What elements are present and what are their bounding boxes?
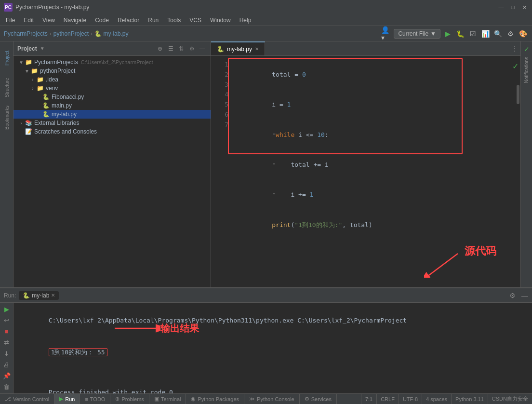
packages-label: Python Packages [198,396,239,402]
status-indent[interactable]: 4 spaces [422,394,451,404]
run-tab-mylab[interactable]: 🐍 my-lab ✕ [19,291,59,300]
editor-scrollbar[interactable] [517,85,519,104]
tree-arrow-root: ▼ [18,60,24,65]
main-area: Project Structure Bookmarks Project ▼ ⊕ … [0,41,532,287]
tree-item-ext-libs[interactable]: › 📚 External Libraries [13,119,211,127]
tree-label-root: PycharmProjects [34,59,78,66]
status-position[interactable]: 7:1 [361,394,376,404]
run-minimize-button[interactable]: — [521,292,528,299]
run-diff-button[interactable]: ⇄ [2,338,12,347]
close-button[interactable]: ✕ [520,3,528,11]
line-num-2: 2 [213,70,228,80]
status-encoding[interactable]: UTF-8 [399,394,422,404]
vcs-label: Version Control [13,396,49,402]
tree-item-mylab[interactable]: › 🐍 my-lab.py [13,110,211,119]
panel-dropdown-arrow[interactable]: ▼ [40,46,45,51]
menu-view[interactable]: View [39,16,59,25]
menu-refactor[interactable]: Refactor [114,16,143,25]
sidebar-icon-bookmarks[interactable]: Bookmarks [1,103,13,132]
run-settings-button[interactable]: ⚙ [509,292,516,299]
current-file-label: Current File [398,30,428,37]
panel-hide-btn[interactable]: — [198,44,207,53]
tree-item-root[interactable]: ▼ 📁 PycharmProjects C:\Users\lxf_2\Pycha… [13,58,211,67]
status-tab-run[interactable]: ▶ Run [54,394,80,404]
status-line-sep[interactable]: CRLF [376,394,399,404]
menu-code[interactable]: Code [91,16,113,25]
output-exit-text: Process finished with exit code 0 [49,389,173,393]
folder-icon-idea: 📁 [37,76,44,83]
status-tab-console[interactable]: ≫ Python Console [244,394,300,404]
status-tab-vcs[interactable]: ⎇ Version Control [0,394,54,404]
output-path-line: C:\Users\lxf 2\AppData\Local\Programs\Py… [18,306,527,336]
breadcrumb-file[interactable]: 🐍 my-lab.py [94,30,128,37]
line-numbers: 1 2 3 4 5 6 7 [211,56,230,287]
notifications-label[interactable]: Notifications [522,55,531,85]
menu-run[interactable]: Run [144,16,162,25]
menu-tools[interactable]: Tools [163,16,185,25]
tab-menu-button[interactable]: ⋮ [509,43,520,54]
run-trash-button[interactable]: 🗑 [2,382,12,391]
run-pin-button[interactable]: 📌 [2,371,12,380]
menu-vcs[interactable]: VCS [186,16,205,25]
plugins-icon-button[interactable]: 🎨 [518,28,528,39]
menu-help[interactable]: Help [236,16,255,25]
git-icon[interactable]: 👤▾ [381,28,392,39]
current-file-dropdown[interactable]: Current File ▼ [394,29,440,39]
tab-mylab[interactable]: 🐍 my-lab.py ✕ [211,41,265,55]
code-line-2: i = 1 [234,90,517,120]
code-editor[interactable]: total = 0 i = 1 ⁼while i <= 10: ⁼ total … [230,56,520,287]
sidebar-icon-project[interactable]: Project [1,43,13,72]
profiler-icon-button[interactable]: 📊 [480,28,491,39]
run-play-button[interactable]: ▶ [2,305,12,314]
run-scroll-button[interactable]: ⬇ [2,349,12,358]
breadcrumb-project[interactable]: pythonProject [53,30,89,37]
menu-file[interactable]: File [2,16,19,25]
run-icon-button[interactable]: ▶ [442,28,453,39]
status-tab-problems[interactable]: ⊕ Problems [110,394,149,404]
coverage-icon-button[interactable]: ☑ [467,28,478,39]
panel-sort-btn[interactable]: ⇅ [177,44,186,53]
tree-item-pythonproject[interactable]: ▼ 📁 pythonProject [13,67,211,75]
status-right: 7:1 CRLF UTF-8 4 spaces Python 3.11 CSDN… [361,394,532,404]
py-icon-fib: 🐍 [42,94,50,100]
run-print-button[interactable]: 🖨 [2,360,12,369]
search-icon-button[interactable]: 🔍 [492,28,503,39]
tree-label-scratches: Scratches and Consoles [34,128,97,135]
nav-tools: 👤▾ Current File ▼ ▶ 🐛 ☑ 📊 🔍 ⚙ 🎨 [381,28,528,39]
tree-item-main[interactable]: › 🐍 main.py [13,101,211,110]
maximize-button[interactable]: □ [509,3,517,11]
breadcrumb-projects[interactable]: PycharmProjects [4,30,48,37]
notifications-icon[interactable]: ✓ [522,43,532,55]
minimize-button[interactable]: — [497,3,505,11]
code-checkmark: ✓ [510,60,520,73]
tree-item-venv[interactable]: › 📁 venv [13,84,211,93]
status-tab-todo[interactable]: ≡ TODO [80,394,110,404]
status-python-version[interactable]: Python 3.11 [451,394,488,404]
lib-icon: 📚 [25,120,32,126]
tab-close-btn[interactable]: ✕ [255,46,259,52]
panel-settings-btn[interactable]: ⚙ [187,44,196,53]
settings-icon-button[interactable]: ⚙ [505,28,516,39]
debug-icon-button[interactable]: 🐛 [455,28,466,39]
tree-item-idea[interactable]: › 📁 .idea [13,75,211,84]
menu-navigate[interactable]: Navigate [60,16,90,25]
status-tab-packages[interactable]: ◉ Python Packages [186,394,244,404]
tree-item-scratches[interactable]: › 📝 Scratches and Consoles [13,127,211,136]
menu-window[interactable]: Window [206,16,235,25]
problems-label: Problems [121,396,144,402]
py-icon-main: 🐍 [42,102,50,109]
code-line-4: ⁼ total += i [234,150,517,180]
run-stop-button[interactable]: ■ [2,327,12,336]
run-rerun-button[interactable]: ↩ [2,316,12,325]
menu-edit[interactable]: Edit [20,16,38,25]
panel-locate-btn[interactable]: ⊕ [156,44,164,53]
tree-item-fibonacci[interactable]: › 🐍 Fibonacci.py [13,93,211,101]
status-tab-terminal[interactable]: ▣ Terminal [149,394,186,404]
panel-collapse-btn[interactable]: ☰ [166,44,175,53]
sidebar-icon-structure[interactable]: Structure [1,73,13,102]
run-tab-close[interactable]: ✕ [51,293,55,298]
terminal-label: Terminal [161,396,181,402]
status-tab-services[interactable]: ⚙ Services [300,394,337,404]
menu-bar: File Edit View Navigate Code Refactor Ru… [0,14,532,26]
tree-arrow-python: ▼ [24,68,30,74]
